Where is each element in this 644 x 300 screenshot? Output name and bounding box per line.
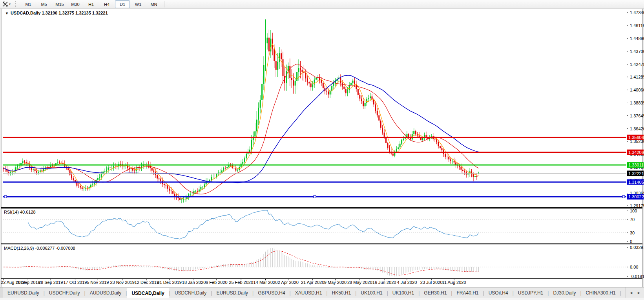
symbol-tab-USOil-H1[interactable]: USOil,H1 xyxy=(621,287,626,298)
date-axis-label: 25 Feb 2020 xyxy=(229,280,253,285)
macd-scale-label: 0.00 xyxy=(630,265,638,269)
price-axis-label: 1.42475 xyxy=(630,62,644,67)
price-axis-label: 1.37645 xyxy=(630,113,644,118)
symbol-tab-GER30-H1[interactable]: GER30,H1 xyxy=(420,287,451,298)
tab-bar-grip[interactable] xyxy=(0,287,3,298)
symbol-tab-USDCNH-Daily[interactable]: USDCNH,Daily xyxy=(170,287,211,298)
chart-window-frame xyxy=(1,9,642,297)
date-axis-label: 21 Apr 2020 xyxy=(301,280,324,285)
timeframe-button-M1[interactable]: M1 xyxy=(21,0,36,8)
date-axis-label: 14 Mar 2020 xyxy=(254,280,278,285)
date-axis-label: 17 Oct 2019 xyxy=(63,280,87,285)
symbol-tab-DJ30-Daily[interactable]: DJ30,Daily xyxy=(549,287,580,298)
tool-dropdown-caret[interactable]: ▾ xyxy=(9,2,11,6)
symbol-tabs: EURUSD,Daily|USDCHF,Daily|AUDUSD,Daily|U… xyxy=(3,287,626,298)
date-axis-label: 11 Aug 2020 xyxy=(442,280,466,285)
rsi-scale-label: 0 xyxy=(630,239,632,244)
date-axis-label: 6 Feb 2020 xyxy=(206,280,228,285)
date-axis-label: 16 Jun 2020 xyxy=(372,280,396,285)
symbol-tab-UK100-H1[interactable]: UK100,H1 xyxy=(388,287,418,298)
date-axis-label: 10 Sep 2019 xyxy=(16,280,40,285)
chart-ohlc-values: 1.32190 1.32375 1.32135 1.32221 xyxy=(42,11,108,15)
svg-text:1.30022: 1.30022 xyxy=(628,194,644,199)
timeframe-button-D1[interactable]: D1 xyxy=(115,0,130,8)
price-axis-label: 1.41285 xyxy=(630,75,644,79)
timeframe-button-H4[interactable]: H4 xyxy=(99,0,114,8)
crosshair-move-icon xyxy=(2,1,8,7)
hline-handle[interactable] xyxy=(622,196,625,198)
symbol-tab-USDJPY-H1[interactable]: USDJPY,H1 xyxy=(514,287,547,298)
timeframe-button-M5[interactable]: M5 xyxy=(36,0,51,8)
tab-scroll-arrows: ◄ ► xyxy=(626,287,644,298)
timeframe-toolbar: ▾ M1M5M15M30H1H4D1W1MN xyxy=(0,0,644,9)
timeframe-button-M30[interactable]: M30 xyxy=(68,0,83,8)
symbol-tab-EURUSD-Daily[interactable]: EURUSD,Daily xyxy=(3,287,44,298)
date-axis-label: 4 Jul 2020 xyxy=(397,280,417,285)
svg-text:1.34206: 1.34206 xyxy=(628,150,644,155)
price-axis-label: 1.38835 xyxy=(630,101,644,105)
rsi-scale-label: 70 xyxy=(630,217,635,222)
timeframe-buttons: M1M5M15M30H1H4D1W1MN xyxy=(20,0,162,8)
rsi-scale-label: 30 xyxy=(630,230,635,235)
tab-scroll-right-arrow[interactable]: ► xyxy=(637,291,641,295)
price-axis-label: 1.46115 xyxy=(630,23,644,28)
chart-title: ▼USDCAD,Daily 1.32190 1.32375 1.32135 1.… xyxy=(5,11,108,15)
cursor-tool-button[interactable]: ▾ xyxy=(1,0,12,8)
svg-text:1.33011: 1.33011 xyxy=(628,163,644,167)
timeframe-button-W1[interactable]: W1 xyxy=(131,0,146,8)
timeframe-button-MN[interactable]: MN xyxy=(146,0,161,8)
date-axis-label: 28 May 2020 xyxy=(347,280,372,285)
price-axis-label: 1.36420 xyxy=(630,126,644,131)
date-axis-label: 9 May 2020 xyxy=(324,280,347,285)
timeframe-button-M15[interactable]: M15 xyxy=(52,0,67,8)
date-axis-label: 5 Nov 2019 xyxy=(87,280,109,285)
hline-handle[interactable] xyxy=(314,196,316,198)
symbol-tab-AUDUSD-Daily[interactable]: AUDUSD,Daily xyxy=(86,287,126,298)
symbol-tab-CHINA300-H1[interactable]: CHINA300,H1 xyxy=(582,287,620,298)
rsi-indicator-label: RSI(14) 40.6128 xyxy=(4,210,36,214)
date-axis-label: 23 Nov 2019 xyxy=(110,280,134,285)
symbol-tab-bar: EURUSD,Daily|USDCHF,Daily|AUDUSD,Daily|U… xyxy=(0,287,644,298)
chart-canvas[interactable]: 1.473401.461151.448901.437001.424751.412… xyxy=(0,0,644,300)
date-axis-label: 18 Jan 2020 xyxy=(182,280,206,285)
status-strip xyxy=(0,298,644,300)
date-axis-label: 28 Sep 2019 xyxy=(38,280,63,285)
price-axis-label: 1.40060 xyxy=(630,88,644,92)
price-axis-label: 1.44890 xyxy=(630,36,644,41)
symbol-tab-USDCAD-Daily[interactable]: USDCAD,Daily xyxy=(127,288,169,298)
mt4-terminal: ▾ M1M5M15M30H1H4D1W1MN 1.473401.461151.4… xyxy=(0,0,644,300)
symbol-tab-EURUSD-Daily[interactable]: EURUSD,Daily xyxy=(212,287,252,298)
date-axis-label: 12 Dec 2019 xyxy=(135,280,159,285)
price-axis-label: 1.43700 xyxy=(630,49,644,54)
rsi-scale-label: 100 xyxy=(630,209,637,213)
chart-symbol-label: USDCAD,Daily xyxy=(11,11,40,15)
chart-collapse-caret[interactable]: ▼ xyxy=(5,11,9,15)
tab-scroll-left-arrow[interactable]: ◄ xyxy=(629,291,633,295)
macd-scale-label: -0.018154 xyxy=(630,274,644,279)
hline-handle[interactable] xyxy=(4,196,7,198)
symbol-tab-FRA40-H1[interactable]: FRA40,H1 xyxy=(452,287,483,298)
symbol-tab-USDCHF-Daily[interactable]: USDCHF,Daily xyxy=(45,287,84,298)
date-axis-label: 23 Jul 2020 xyxy=(420,280,443,285)
macd-indicator-label: MACD(12,26,9) -0.006277 -0.007008 xyxy=(4,246,75,251)
date-axis-label: 2 Apr 2020 xyxy=(278,280,299,285)
symbol-tab-USOil-H4[interactable]: USOil,H4 xyxy=(484,287,513,298)
timeframe-button-H1[interactable]: H1 xyxy=(84,0,99,8)
symbol-tab-HK50-H1[interactable]: HK50,H1 xyxy=(328,287,356,298)
svg-text:1.32221: 1.32221 xyxy=(628,171,644,176)
symbol-tab-GBPUSD-H4[interactable]: GBPUSD,H4 xyxy=(254,287,289,298)
date-axis-label: 31 Dec 2019 xyxy=(157,280,182,285)
toolbar-grip[interactable] xyxy=(15,1,18,7)
svg-text:1.35606: 1.35606 xyxy=(628,135,644,140)
svg-text:1.31405: 1.31405 xyxy=(628,180,644,185)
price-axis-label: 1.29175 xyxy=(630,203,644,208)
macd-scale-label: 0.032972 xyxy=(630,245,644,250)
price-axis-label: 1.47340 xyxy=(630,10,644,15)
symbol-tab-XAUUSD-H1[interactable]: XAUUSD,H1 xyxy=(291,287,327,298)
symbol-tab-UK100-H1[interactable]: UK100,H1 xyxy=(356,287,387,298)
toolbar-separator xyxy=(164,1,164,7)
